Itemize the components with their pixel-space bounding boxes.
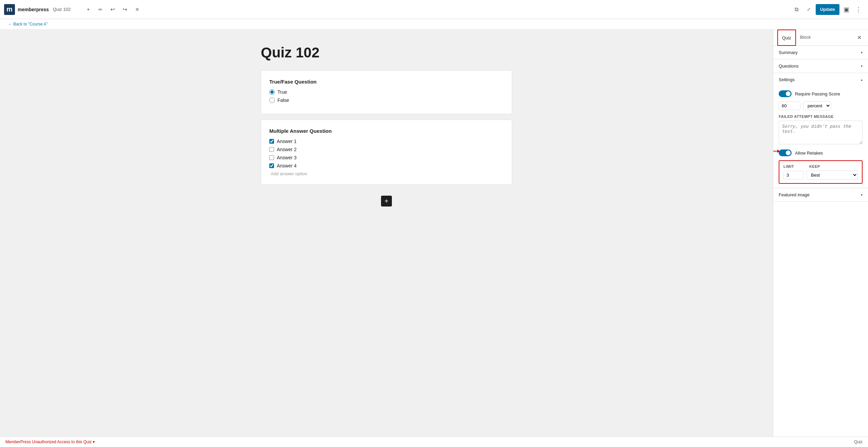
featured-image-section: Featured image ▾ xyxy=(773,188,868,202)
list-icon: ≡ xyxy=(135,6,139,13)
sidebar-tab-bar: Quiz Block ✕ xyxy=(773,30,868,46)
settings-section: Settings ▴ Require Passing Score percent xyxy=(773,73,868,188)
editor-content: True/Fase Question True False Multiple A… xyxy=(261,43,512,207)
redo-icon: ↪ xyxy=(123,6,127,13)
svg-text:m: m xyxy=(6,5,13,13)
chevron-down-icon: ▾ xyxy=(93,440,95,444)
questions-section-header[interactable]: Questions ▾ xyxy=(773,59,868,73)
questions-chevron-icon: ▾ xyxy=(861,64,863,68)
quiz-title-input[interactable] xyxy=(261,43,512,62)
radio-false[interactable] xyxy=(269,97,275,103)
settings-section-header[interactable]: Settings ▴ xyxy=(773,73,868,86)
post-type-label: Quiz xyxy=(854,440,863,444)
require-passing-score-row: Require Passing Score xyxy=(779,90,863,97)
answer2-label: Answer 2 xyxy=(277,147,296,152)
redo-button[interactable]: ↪ xyxy=(120,4,130,15)
settings-chevron-icon: ▴ xyxy=(861,78,863,82)
bottom-bar: MemberPress Unauthorized Access to this … xyxy=(0,436,868,447)
main-area: True/Fase Question True False Multiple A… xyxy=(0,30,868,436)
top-bar: m memberpress Quiz 102 + ✏ ↩ ↪ ≡ ⧉ ⤢ Upd… xyxy=(0,0,868,19)
right-toolbar: ⧉ ⤢ Update ▣ ⋮ xyxy=(791,4,864,15)
unauthorized-warning[interactable]: MemberPress Unauthorized Access to this … xyxy=(5,440,95,444)
warning-text: MemberPress Unauthorized Access to this … xyxy=(5,440,92,444)
questions-section: Questions ▾ xyxy=(773,59,868,73)
option-answer4[interactable]: Answer 4 xyxy=(269,163,504,168)
add-block-toolbar-button[interactable]: + xyxy=(83,4,94,15)
require-passing-score-toggle[interactable] xyxy=(779,90,792,97)
limit-keep-box: LIMIT KEEP Best Latest First xyxy=(779,160,863,184)
checkbox-answer1[interactable] xyxy=(269,139,274,144)
close-sidebar-button[interactable]: ✕ xyxy=(854,33,864,42)
limit-header: LIMIT xyxy=(783,164,804,168)
allow-retakes-row: Allow Retakes xyxy=(779,149,863,156)
question-block-true-false: True/Fase Question True False xyxy=(261,70,512,114)
question-title-true-false: True/Fase Question xyxy=(269,79,504,85)
update-button[interactable]: Update xyxy=(816,4,839,15)
retakes-toggle-slider xyxy=(779,149,792,156)
undo-button[interactable]: ↩ xyxy=(107,4,118,15)
option-false[interactable]: False xyxy=(269,97,504,103)
plus-icon-add: + xyxy=(384,197,388,205)
failed-attempt-textarea[interactable] xyxy=(779,121,863,144)
answer1-label: Answer 1 xyxy=(277,139,296,144)
answer3-label: Answer 3 xyxy=(277,155,296,160)
featured-image-section-header[interactable]: Featured image ▾ xyxy=(773,188,868,201)
keep-header: KEEP xyxy=(809,164,820,168)
toolbar-actions: + ✏ ↩ ↪ ≡ xyxy=(83,4,143,15)
summary-section-header[interactable]: Summary ▾ xyxy=(773,46,868,59)
logo-area: m memberpress Quiz 102 xyxy=(4,4,71,15)
allow-retakes-label: Allow Retakes xyxy=(795,150,823,156)
external-link-button[interactable]: ⤢ xyxy=(803,4,814,15)
toggle-slider xyxy=(779,90,792,97)
brand-name: memberpress xyxy=(18,7,49,12)
mp-logo-icon: m xyxy=(4,4,15,15)
score-value-input[interactable] xyxy=(779,102,800,110)
tab-quiz[interactable]: Quiz xyxy=(777,30,796,46)
score-row: percent points xyxy=(779,101,863,110)
add-block-button[interactable]: + xyxy=(381,196,392,207)
keep-select[interactable]: Best Latest First xyxy=(807,171,858,180)
tab-block[interactable]: Block xyxy=(796,30,815,46)
option-answer3[interactable]: Answer 3 xyxy=(269,155,504,160)
question-title-multiple: Multiple Answer Question xyxy=(269,128,504,134)
more-options-button[interactable]: ⋮ xyxy=(853,4,864,15)
panel-icon: ▣ xyxy=(844,6,849,13)
question-block-multiple: Multiple Answer Question Answer 1 Answer… xyxy=(261,120,512,185)
option-true-label: True xyxy=(277,89,287,95)
plus-icon: + xyxy=(87,6,90,13)
checkbox-answer3[interactable] xyxy=(269,155,274,160)
summary-section: Summary ▾ xyxy=(773,46,868,59)
page-title-header: Quiz 102 xyxy=(53,7,71,12)
checkbox-answer4[interactable] xyxy=(269,163,274,168)
undo-icon: ↩ xyxy=(110,6,115,13)
allow-retakes-toggle[interactable] xyxy=(779,149,792,156)
questions-label: Questions xyxy=(779,64,799,69)
settings-panel-button[interactable]: ▣ xyxy=(841,4,852,15)
edit-tool-button[interactable]: ✏ xyxy=(95,4,106,15)
score-unit-select[interactable]: percent points xyxy=(803,101,831,110)
radio-true[interactable] xyxy=(269,89,275,95)
limit-input[interactable] xyxy=(783,171,804,179)
preview-button[interactable]: ⧉ xyxy=(791,4,802,15)
require-passing-score-label: Require Passing Score xyxy=(795,91,840,96)
external-link-icon: ⤢ xyxy=(807,7,811,12)
view-icon: ⧉ xyxy=(795,6,798,13)
failed-attempt-label: FAILED ATTEMPT MESSAGE xyxy=(779,114,863,119)
summary-label: Summary xyxy=(779,50,798,55)
featured-image-chevron-icon: ▾ xyxy=(861,193,863,197)
featured-image-label: Featured image xyxy=(779,192,810,197)
pencil-icon: ✏ xyxy=(98,7,103,12)
checkbox-answer2[interactable] xyxy=(269,147,274,152)
editor-area: True/Fase Question True False Multiple A… xyxy=(0,30,773,436)
back-link[interactable]: ← Back to "Course A" xyxy=(0,19,868,30)
limit-keep-inputs: Best Latest First xyxy=(783,171,858,180)
more-icon: ⋮ xyxy=(855,6,862,13)
settings-section-content: Require Passing Score percent points FAI… xyxy=(773,86,868,188)
document-overview-button[interactable]: ≡ xyxy=(132,4,143,15)
close-icon: ✕ xyxy=(857,34,862,41)
add-answer-option[interactable]: Add answer option xyxy=(269,171,504,176)
option-answer2[interactable]: Answer 2 xyxy=(269,147,504,152)
option-false-label: False xyxy=(277,97,289,103)
option-true[interactable]: True xyxy=(269,89,504,95)
option-answer1[interactable]: Answer 1 xyxy=(269,139,504,144)
